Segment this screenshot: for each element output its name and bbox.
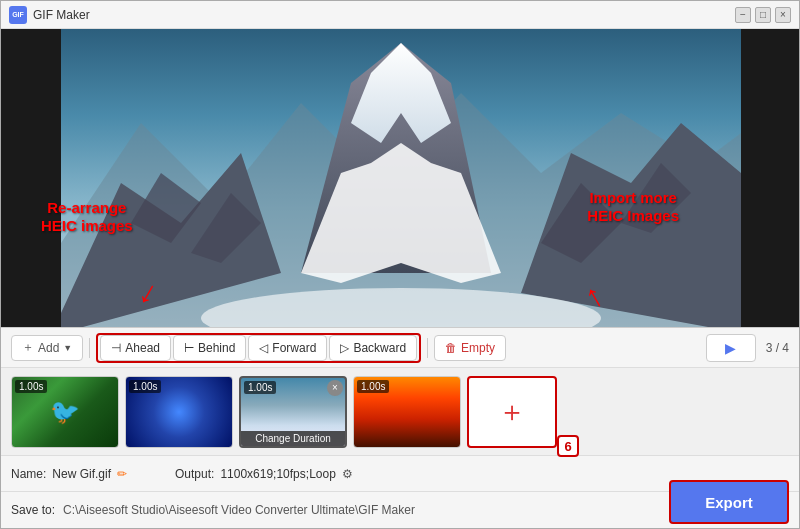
frame-duration-4: 1.00s xyxy=(357,380,389,393)
bottom-panel: ＋ Add ▼ ⊣ Ahead ⊢ Behind ◁ xyxy=(1,327,799,528)
title-bar: GIF GIF Maker − □ × xyxy=(1,1,799,29)
toolbar: ＋ Add ▼ ⊣ Ahead ⊢ Behind ◁ xyxy=(1,328,799,368)
toolbar-divider-1 xyxy=(89,338,90,358)
frame-duration-3: 1.00s xyxy=(244,381,276,394)
behind-icon: ⊢ xyxy=(184,341,194,355)
save-to-label: Save to: xyxy=(11,503,55,517)
forward-icon: ◁ xyxy=(259,341,268,355)
ahead-icon: ⊣ xyxy=(111,341,121,355)
name-label: Name: xyxy=(11,467,46,481)
close-button[interactable]: × xyxy=(775,7,791,23)
page-counter: 3 / 4 xyxy=(766,341,789,355)
behind-button[interactable]: ⊢ Behind xyxy=(173,335,246,361)
frame-duration-2: 1.00s xyxy=(129,380,161,393)
save-path-value: C:\Aiseesoft Studio\Aiseesoft Video Conv… xyxy=(63,503,720,517)
frame-duration-1: 1.00s xyxy=(15,380,47,393)
plus-icon: ＋ xyxy=(22,339,34,356)
remove-frame-button[interactable]: × xyxy=(327,380,343,396)
output-settings-icon[interactable]: ⚙ xyxy=(342,467,353,481)
window-controls: − □ × xyxy=(735,7,791,23)
backward-icon: ▷ xyxy=(340,341,349,355)
window-title: GIF Maker xyxy=(33,8,90,22)
forward-button[interactable]: ◁ Forward xyxy=(248,335,327,361)
trash-icon: 🗑 xyxy=(445,341,457,355)
dropdown-arrow-icon: ▼ xyxy=(63,343,72,353)
maximize-button[interactable]: □ xyxy=(755,7,771,23)
backward-button[interactable]: ▷ Backward xyxy=(329,335,417,361)
file-name-value: New Gif.gif xyxy=(52,467,111,481)
empty-button[interactable]: 🗑 Empty xyxy=(434,335,506,361)
frame-item[interactable]: 1.00s xyxy=(353,376,461,448)
annotation-import: Import more HEIC Images xyxy=(587,189,679,225)
toolbar-divider-2 xyxy=(427,338,428,358)
name-section: Name: New Gif.gif ✏ xyxy=(11,467,127,481)
minimize-button[interactable]: − xyxy=(735,7,751,23)
edit-name-icon[interactable]: ✏ xyxy=(117,467,127,481)
ahead-button[interactable]: ⊣ Ahead xyxy=(100,335,171,361)
play-icon: ▶ xyxy=(725,340,736,356)
output-section: Output: 1100x619;10fps;Loop ⚙ xyxy=(175,467,353,481)
add-frame-button[interactable]: ＋ xyxy=(467,376,557,448)
export-button[interactable]: Export xyxy=(669,480,789,524)
frame-item-active[interactable]: 1.00s × Change Duration xyxy=(239,376,347,448)
main-area: Re-arrange HEIC images ↓ Import more HEI… xyxy=(1,29,799,528)
output-value: 1100x619;10fps;Loop xyxy=(220,467,335,481)
add-frame-plus-icon: ＋ xyxy=(498,393,526,431)
app-window: GIF GIF Maker − □ × xyxy=(0,0,800,529)
frames-strip: 1.00s 1.00s 1.00s × Change Duration 1.00… xyxy=(1,368,799,456)
frame-item[interactable]: 1.00s xyxy=(125,376,233,448)
annotation-rearrange: Re-arrange HEIC images xyxy=(41,199,133,235)
play-button[interactable]: ▶ xyxy=(706,334,756,362)
app-icon: GIF xyxy=(9,6,27,24)
change-duration-label[interactable]: Change Duration xyxy=(241,431,345,446)
output-label: Output: xyxy=(175,467,214,481)
frame-item[interactable]: 1.00s xyxy=(11,376,119,448)
video-preview-area: Re-arrange HEIC images ↓ Import more HEI… xyxy=(1,29,799,327)
title-bar-left: GIF GIF Maker xyxy=(9,6,90,24)
badge-count: 6 xyxy=(557,435,579,457)
playback-controls: ▶ 3 / 4 xyxy=(706,334,789,362)
add-button[interactable]: ＋ Add ▼ xyxy=(11,335,83,361)
save-to-bar: Save to: C:\Aiseesoft Studio\Aiseesoft V… xyxy=(1,492,799,528)
reorder-controls-group: ⊣ Ahead ⊢ Behind ◁ Forward ▷ Backward xyxy=(96,333,421,363)
